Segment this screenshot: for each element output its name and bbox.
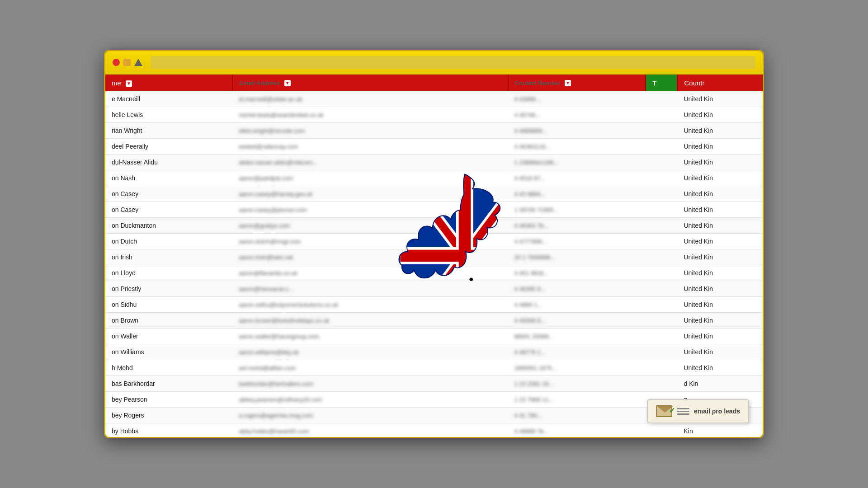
- header-name[interactable]: me ▼: [105, 75, 232, 91]
- cell-phone: 4 48779 1...: [508, 344, 646, 360]
- header-country[interactable]: Countr: [677, 75, 762, 91]
- cell-name: on Priestly: [105, 281, 232, 297]
- table-row[interactable]: on Dutchaaron.dutch@msgl.com4 4777886...…: [105, 234, 762, 249]
- cell-country: Kin: [677, 423, 762, 437]
- table-row[interactable]: on Sidhuaaron.sidhu@lutyomerisolutions.c…: [105, 297, 762, 313]
- minimize-button[interactable]: [123, 59, 131, 66]
- table-row[interactable]: on Lloydaaron@flavarids.co.uk4 451 9816.…: [105, 265, 762, 281]
- cell-email: aaron@hensarse.c...: [232, 281, 508, 297]
- cell-email: aaron.williams@bky.uk: [232, 344, 508, 360]
- cell-country: United Kin: [677, 218, 762, 234]
- table-row[interactable]: on Caseyaaron.casey@plumer.com1 39700 71…: [105, 202, 762, 218]
- header-email[interactable]: Email Address ▼: [232, 75, 508, 91]
- cell-email: aaron.brown@forestholidays.co.uk: [232, 313, 508, 328]
- cell-name: on Duckmanton: [105, 218, 232, 234]
- close-button[interactable]: [113, 59, 120, 66]
- cell-name: on Irish: [105, 249, 232, 265]
- cell-country: United Kin: [677, 170, 762, 186]
- cell-name: on Casey: [105, 202, 232, 218]
- cell-name: dul-Nasser Alidu: [105, 155, 232, 170]
- cell-country: United Kin: [677, 91, 762, 107]
- cell-t: [646, 249, 677, 265]
- cell-email: barbhordar@herinallers.com: [232, 376, 508, 392]
- filter-icon[interactable]: ▼: [126, 80, 132, 87]
- table-row[interactable]: on Williamsaaron.williams@bky.uk4 48779 …: [105, 344, 762, 360]
- cell-email: aaron.dutch@msgl.com: [232, 234, 508, 249]
- cell-t: [646, 297, 677, 313]
- table-container: me ▼ Email Address ▼ Contact Number ▼: [105, 75, 763, 437]
- email-pro-badge: ✓ email pro leads: [647, 399, 749, 423]
- table-row[interactable]: on Walleraaron.waller@harosgroup.com8800…: [105, 328, 762, 344]
- cell-name: deel Peerally: [105, 139, 232, 155]
- cell-phone: 20 1 7656888...: [508, 249, 646, 265]
- cell-email: aaron.waller@harosgroup.com: [232, 328, 508, 344]
- cell-country: United Kin: [677, 297, 762, 313]
- table-row[interactable]: helle Lewismichel.lewis@searslimited.co.…: [105, 107, 762, 123]
- filter-phone-icon[interactable]: ▼: [565, 80, 571, 86]
- table-row[interactable]: deel Peerallyeedeel@videovay.com4 463831…: [105, 139, 762, 155]
- table-row[interactable]: on Brownaaron.brown@forestholidays.co.uk…: [105, 313, 762, 328]
- cell-country: United Kin: [677, 234, 762, 249]
- table-row[interactable]: on Priestlyaaron@hensarse.c...4 46395 8.…: [105, 281, 762, 297]
- title-bar: [105, 51, 763, 75]
- cell-email: elliot.wright@recode.com: [232, 123, 508, 139]
- cell-email: el.macneill@ulster.ac.uk: [232, 91, 508, 107]
- cell-country: d Kin: [677, 376, 762, 392]
- cell-t: [646, 186, 677, 202]
- cell-phone: 1 23 7968 11...: [508, 392, 646, 408]
- cell-phone: 4 43999...: [508, 91, 646, 107]
- cell-phone: 4 4777886...: [508, 234, 646, 249]
- cell-name: bey Rogers: [105, 408, 232, 423]
- cell-name: bas Barkhordar: [105, 376, 232, 392]
- table-row[interactable]: bas Barkhordarbarbhordar@herinallers.com…: [105, 376, 762, 392]
- cell-name: on Williams: [105, 344, 232, 360]
- cell-email: aril.mohd@alfian.com: [232, 360, 508, 376]
- cell-email: aaron@gratiys.com: [232, 218, 508, 234]
- cell-phone: 4 43 9884...: [508, 186, 646, 202]
- cell-phone: 4 4889 1...: [508, 297, 646, 313]
- header-phone[interactable]: Contact Number ▼: [508, 75, 646, 91]
- cell-phone: 1890001 1675...: [508, 360, 646, 376]
- cell-phone: 4 46383 7b...: [508, 218, 646, 234]
- table-row[interactable]: by Hobbsabby.hobbs@haveritS.com4 48888 7…: [105, 423, 762, 437]
- table-row[interactable]: on Duckmantonaaron@gratiys.com4 46383 7b…: [105, 218, 762, 234]
- cell-country: United Kin: [677, 107, 762, 123]
- cell-name: on Waller: [105, 328, 232, 344]
- table-header-row: me ▼ Email Address ▼ Contact Number ▼: [105, 75, 762, 91]
- cell-t: [646, 265, 677, 281]
- cell-country: United Kin: [677, 360, 762, 376]
- cell-phone: 1 39700 71965...: [508, 202, 646, 218]
- maximize-button: [134, 59, 142, 66]
- cell-email: aaron.casey@plumer.com: [232, 202, 508, 218]
- cell-email: abbey.pearson@refinery29.com: [232, 392, 508, 408]
- cell-name: bey Pearson: [105, 392, 232, 408]
- cell-name: rian Wright: [105, 123, 232, 139]
- table-row[interactable]: h Mohdaril.mohd@alfian.com1890001 1675..…: [105, 360, 762, 376]
- cell-phone: 4 46395 8...: [508, 281, 646, 297]
- table-row[interactable]: rian Wrightelliot.wright@recode.com4 488…: [105, 123, 762, 139]
- filter-email-icon[interactable]: ▼: [284, 80, 291, 86]
- cell-t: [646, 139, 677, 155]
- cell-country: United Kin: [677, 328, 762, 344]
- table-row[interactable]: on Caseyaaron.casey@harvey.gov.uk4 43 98…: [105, 186, 762, 202]
- cell-phone: 4 4518 87...: [508, 170, 646, 186]
- table-body: e Macneillel.macneill@ulster.ac.uk4 4399…: [105, 91, 762, 437]
- cell-email: aaron.casey@harvey.gov.uk: [232, 186, 508, 202]
- cell-email: aaron.sidhu@lutyomerisolutions.co.uk: [232, 297, 508, 313]
- table-row[interactable]: on Nashaaron@paintjob.com4 4518 87...Uni…: [105, 170, 762, 186]
- cell-phone: 4 451 9816...: [508, 265, 646, 281]
- cell-email: aaron@paintjob.com: [232, 170, 508, 186]
- cell-t: [646, 423, 677, 437]
- cell-country: United Kin: [677, 186, 762, 202]
- cell-phone: 4 45746...: [508, 107, 646, 123]
- cell-country: United Kin: [677, 265, 762, 281]
- cell-t: [646, 155, 677, 170]
- table-row[interactable]: on Irishaaron.irish@helo.net20 1 7656888…: [105, 249, 762, 265]
- table-row[interactable]: e Macneillel.macneill@ulster.ac.uk4 4399…: [105, 91, 762, 107]
- address-bar[interactable]: [151, 56, 755, 69]
- table-row[interactable]: dul-Nasser Aliduabdur.nasser.alidu@milic…: [105, 155, 762, 170]
- header-t[interactable]: T: [646, 75, 677, 91]
- cell-name: helle Lewis: [105, 107, 232, 123]
- cell-email: aaron@flavarids.co.uk: [232, 265, 508, 281]
- cell-country: United Kin: [677, 139, 762, 155]
